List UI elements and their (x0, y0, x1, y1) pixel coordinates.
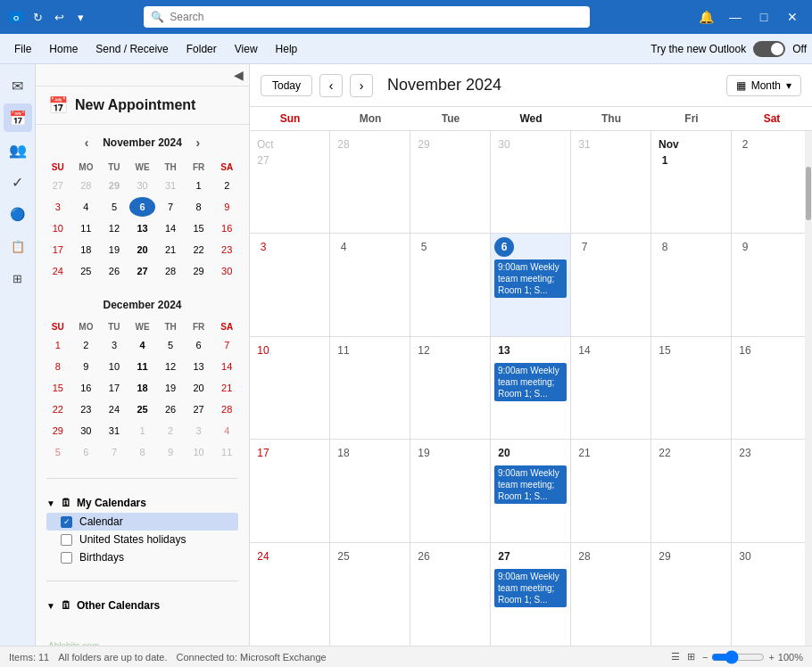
calendar-event[interactable]: 9:00am Weekly team meeting; Room 1; S... (494, 569, 567, 607)
zoom-slider[interactable] (711, 650, 765, 664)
calendar-item-us-holidays[interactable]: United States holidays (46, 531, 238, 548)
mini-day[interactable]: 8 (45, 357, 71, 376)
mini-day[interactable]: 6 (186, 335, 212, 355)
mini-day[interactable]: 7 (101, 442, 128, 462)
sidebar-scroll[interactable]: ‹ November 2024 › SU MO TU WE TH FR SA (36, 125, 249, 619)
cal-day[interactable]: 29 (410, 131, 491, 233)
calendar-checkbox-birthdays[interactable] (61, 552, 72, 564)
mini-day[interactable]: 26 (157, 399, 184, 419)
outlook-toggle[interactable] (753, 41, 785, 57)
mini-day[interactable]: 30 (129, 176, 156, 195)
mini-day[interactable]: 15 (45, 378, 71, 398)
mini-day[interactable]: 29 (101, 176, 128, 195)
cal-day[interactable]: 30 (491, 131, 571, 233)
mini-day[interactable]: 4 (213, 421, 240, 441)
mini-day[interactable]: 8 (186, 197, 212, 217)
cal-day[interactable]: 5 (410, 234, 491, 335)
nav-people[interactable]: 👥 (4, 136, 32, 164)
mini-day[interactable]: 22 (45, 399, 71, 419)
mini-day[interactable]: 13 (186, 357, 212, 376)
cal-day[interactable]: 22 (651, 440, 732, 541)
cal-day[interactable]: 19 (410, 440, 491, 541)
cal-day[interactable]: 23 (732, 440, 812, 541)
menu-file[interactable]: File (5, 39, 40, 59)
mini-day[interactable]: 1 (45, 335, 71, 355)
mini-day[interactable]: 4 (129, 335, 156, 355)
mini-day[interactable]: 15 (186, 218, 212, 238)
cal-day[interactable]: 31 (571, 131, 651, 233)
mini-day[interactable]: 3 (45, 197, 71, 217)
cal-day[interactable]: 2 (732, 131, 812, 233)
mini-day[interactable]: 27 (129, 261, 156, 281)
cal-day[interactable]: 9 (732, 234, 812, 335)
mini-day[interactable]: 12 (101, 218, 128, 238)
mini-day[interactable]: 4 (73, 197, 100, 217)
view-selector-button[interactable]: ▦ Month ▾ (726, 75, 801, 96)
mini-day[interactable]: 9 (213, 197, 240, 217)
next-month-button[interactable]: › (350, 74, 373, 97)
scrollbar-thumb[interactable] (806, 167, 811, 220)
mini-day[interactable]: 21 (213, 378, 240, 398)
cal-day[interactable]: 3 (250, 234, 330, 335)
nav-calendar[interactable]: 📅 (4, 103, 32, 132)
cal-day[interactable]: Oct 27 (250, 131, 330, 233)
mini-day[interactable]: 28 (73, 176, 100, 195)
cal-day[interactable]: 14 (571, 337, 651, 439)
cal-day[interactable]: 16 (732, 337, 812, 439)
nav-unknown3[interactable]: ⊞ (4, 264, 32, 292)
mini-day[interactable]: 7 (157, 197, 184, 217)
mini-day[interactable]: 3 (101, 335, 128, 355)
mini-day[interactable]: 12 (157, 357, 184, 376)
mini-day[interactable]: 20 (129, 240, 156, 259)
cal-day[interactable]: 25 (330, 543, 410, 646)
mini-day[interactable]: 27 (45, 176, 71, 195)
menu-home[interactable]: Home (40, 39, 87, 59)
mini-day[interactable]: 31 (101, 421, 128, 441)
mini-day[interactable]: 18 (129, 378, 156, 398)
mini-day[interactable]: 10 (101, 357, 128, 376)
collapse-sidebar-button[interactable]: ◀ (234, 68, 244, 82)
mini-day[interactable]: 30 (73, 421, 100, 441)
cal-day[interactable]: 24 (250, 543, 330, 646)
mini-day[interactable]: 26 (101, 261, 128, 281)
cal-day[interactable]: 28 (330, 131, 410, 233)
cal-day[interactable]: 11 (330, 337, 410, 439)
mini-day[interactable]: 29 (186, 261, 212, 281)
my-calendars-header[interactable]: ▼ 🗓 My Calendars (46, 493, 238, 513)
cal-day[interactable]: 29 (651, 543, 732, 646)
mini-day[interactable]: 25 (73, 261, 100, 281)
search-input[interactable] (170, 11, 583, 23)
mini-day[interactable]: 23 (73, 399, 100, 419)
mini-day[interactable]: 18 (73, 240, 100, 259)
maximize-button[interactable]: □ (751, 4, 776, 29)
mini-cal-prev-button[interactable]: ‹ (78, 134, 95, 152)
mini-day[interactable]: 7 (213, 335, 240, 355)
mini-day[interactable]: 10 (186, 442, 212, 462)
cal-day[interactable]: Nov 1 (651, 131, 732, 233)
mini-day[interactable]: 20 (186, 378, 212, 398)
cal-day[interactable]: 15 (651, 337, 732, 439)
mini-day[interactable]: 22 (186, 240, 212, 259)
calendar-event[interactable]: 9:00am Weekly team meeting; Room 1; S... (494, 465, 567, 504)
menu-view[interactable]: View (226, 39, 267, 59)
mini-day[interactable]: 28 (157, 261, 184, 281)
mini-day[interactable]: 5 (45, 442, 71, 462)
cal-day[interactable]: 18 (330, 440, 410, 541)
mini-day[interactable]: 11 (129, 357, 156, 376)
menu-help[interactable]: Help (267, 39, 307, 59)
mini-day[interactable]: 27 (186, 399, 212, 419)
cal-day[interactable]: 4 (330, 234, 410, 335)
mini-day[interactable]: 16 (73, 378, 100, 398)
cal-day[interactable]: 21 (571, 440, 651, 541)
cal-day[interactable]: 26 (410, 543, 491, 646)
scrollbar-track[interactable] (805, 131, 812, 646)
cal-day[interactable]: 13 9:00am Weekly team meeting; Room 1; S… (491, 337, 571, 439)
cal-day[interactable]: 8 (651, 234, 732, 335)
cal-day[interactable]: 17 (250, 440, 330, 541)
cal-day[interactable]: 12 (410, 337, 491, 439)
minimize-button[interactable]: — (723, 4, 748, 29)
view-icon-list[interactable]: ☰ (671, 651, 680, 663)
refresh-icon[interactable]: ↻ (29, 8, 46, 26)
calendar-checkbox-us-holidays[interactable] (61, 534, 72, 546)
mini-day[interactable]: 17 (101, 378, 128, 398)
